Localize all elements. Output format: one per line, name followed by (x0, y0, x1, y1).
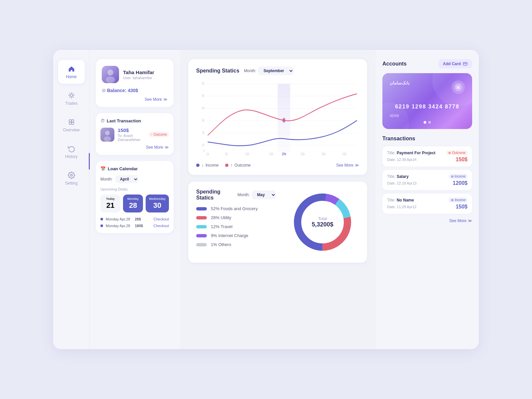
home-icon (67, 65, 76, 73)
txn-3-bottom: Date: 11:29 Apr12 150$ (387, 204, 467, 210)
accounts-header: Accounts Add Card (382, 59, 472, 68)
txn-2-amount: 1200$ (453, 180, 468, 186)
sidebar-item-setting-label: Setting (65, 181, 77, 186)
see-more-profile[interactable]: See More ≫ (102, 97, 168, 102)
card-dot-1[interactable] (424, 121, 426, 124)
txn-1-date: Date: 12:39 Apr24 (387, 158, 417, 162)
transaction-avatar (100, 128, 114, 142)
transaction-entry-1: Title: Payment For Project ⊕ Outcome Dat… (382, 146, 472, 167)
category-others-label: 1% Others (211, 242, 231, 247)
date-wednesday[interactable]: Wednesday 30 (146, 195, 169, 212)
txn-1-bottom: Date: 12:39 Apr24 150$ (387, 157, 467, 163)
category-utility: 28% Utility (196, 215, 276, 220)
add-card-button[interactable]: Add Card (438, 59, 472, 68)
txn-entry-3-top: Title: No Name ⊕ Income (387, 198, 467, 202)
category-others: 1% Others (196, 242, 276, 247)
sidebar-item-home[interactable]: Home (58, 60, 85, 84)
svg-point-8 (106, 76, 115, 83)
date-wednesday-label: Wednesday (149, 197, 166, 200)
date-wednesday-num: 30 (149, 201, 166, 210)
spending-chart-title: Spending Statics (196, 68, 239, 74)
legend-income: ↓ Income (196, 163, 218, 168)
transaction-list: Title: Payment For Project ⊕ Outcome Dat… (382, 146, 472, 216)
svg-text:17th: 17th (282, 152, 286, 156)
svg-text:1st: 1st (206, 152, 209, 156)
date-monday[interactable]: Monday 28 (123, 195, 143, 212)
main-container: Home Trades Overview (53, 50, 479, 349)
category-internet: 9% Internet Charge (196, 233, 276, 238)
transactions-title: Transactions (382, 136, 472, 142)
txn-3-title: Title: No Name (387, 198, 414, 202)
txn-2-title: Title: Salary (387, 174, 409, 179)
svg-text:20th: 20th (301, 152, 305, 156)
profile-header: Taha Hamifar User: tahahamifar (102, 66, 168, 83)
date-monday-num: 28 (126, 201, 140, 210)
date-today[interactable]: Today 21 (100, 195, 120, 212)
month-label: Month: (100, 177, 113, 182)
svg-point-10 (105, 131, 110, 135)
svg-point-1 (69, 120, 71, 122)
category-internet-label: 9% Internet Charge (211, 233, 248, 238)
sidebar-item-trades[interactable]: Trades (58, 86, 85, 110)
sidebar-item-overview[interactable]: Overview (58, 113, 85, 137)
spending-donut-month-select[interactable]: May June July (252, 191, 276, 199)
overview-icon (67, 118, 76, 126)
debt-item-1: Monday Apr.28 28$ Checkout (100, 217, 169, 221)
date-today-label: Today (104, 197, 117, 200)
checkout-btn-2[interactable]: Checkout (154, 224, 169, 228)
spending-chart-month-label: Month: (244, 68, 256, 73)
legend-outcome: ↑ Outcome (225, 163, 251, 168)
card-dot-2[interactable] (428, 121, 431, 124)
see-more-transaction[interactable]: See More ≫ (100, 145, 169, 150)
spending-donut-section: Spending Statics Month: May June July 52… (188, 182, 367, 263)
accounts-title: Accounts (382, 61, 407, 67)
category-foods-bar (196, 207, 207, 210)
txn-3-date: Date: 11:29 Apr12 (387, 205, 417, 209)
profile-balance: ⊙ Balance: 430$ (102, 88, 168, 93)
profile-card: Taha Hamifar User: tahahamifar ⊙ Balance… (96, 59, 174, 107)
txn-entry-2-top: Title: Salary ⊕ Income (387, 174, 467, 179)
card-expiry: 05/99 (390, 114, 465, 118)
transaction-row: 150$ To: Arash Damanafshan ↑ Outcome (100, 127, 169, 142)
transaction-entry-3: Title: No Name ⊕ Income Date: 11:29 Apr1… (382, 194, 472, 214)
txn-3-amount: 150$ (456, 204, 467, 210)
txn-1-title: Title: Payment For Project (387, 151, 436, 155)
history-icon (67, 144, 76, 153)
txn-3-badge: ⊕ Income (449, 198, 467, 202)
sidebar-item-trades-label: Trades (65, 101, 77, 106)
setting-icon (67, 171, 76, 180)
date-monday-label: Monday (126, 197, 140, 200)
sidebar-item-setting[interactable]: Setting (58, 166, 85, 190)
txn-1-amount: 150$ (456, 157, 467, 163)
spending-chart-month-select[interactable]: September October November (258, 66, 294, 75)
category-foods-label: 52% Foods and Grocery (211, 206, 258, 211)
svg-text:5th: 5th (225, 152, 228, 156)
spending-chart-header: Spending Statics Month: September Octobe… (196, 66, 359, 75)
spending-donut-month-filter: Month: May June July (237, 191, 276, 199)
category-travel-bar (196, 225, 207, 228)
left-panel: Taha Hamifar User: tahahamifar ⊙ Balance… (90, 50, 180, 349)
sidebar-item-history[interactable]: History (58, 140, 85, 164)
svg-text:15th: 15th (269, 152, 273, 156)
see-more-transactions[interactable]: See More ≫ (382, 218, 472, 223)
see-more-chart[interactable]: See More ≫ (336, 163, 359, 168)
svg-text:10th: 10th (245, 152, 249, 156)
date-row: Today 21 Monday 28 Wednesday 30 (100, 195, 169, 212)
spending-donut-title: Spending Statics (196, 189, 233, 201)
checkout-btn-1[interactable]: Checkout (154, 217, 169, 221)
txn-1-badge: ⊕ Outcome (446, 150, 467, 155)
svg-text:3K: 3K (202, 118, 204, 122)
txn-2-bottom: Date: 22:18 Apr13 1200$ (387, 180, 467, 186)
svg-text:5K: 5K (202, 94, 204, 98)
month-dropdown[interactable]: April May June (115, 175, 138, 183)
debt-dot-1 (100, 218, 103, 220)
category-internet-bar (196, 234, 207, 237)
category-travel: 12% Travel (196, 224, 276, 229)
svg-point-0 (70, 94, 72, 96)
card-bank-name: بانک‌سامان (390, 80, 410, 85)
txn-2-date: Date: 22:18 Apr13 (387, 181, 417, 185)
debt-amount-2: 180$ (135, 224, 143, 228)
transaction-amount: 150$ (118, 127, 145, 133)
transaction-to: To: Arash Damanafshan (118, 134, 145, 142)
svg-point-3 (69, 122, 71, 124)
